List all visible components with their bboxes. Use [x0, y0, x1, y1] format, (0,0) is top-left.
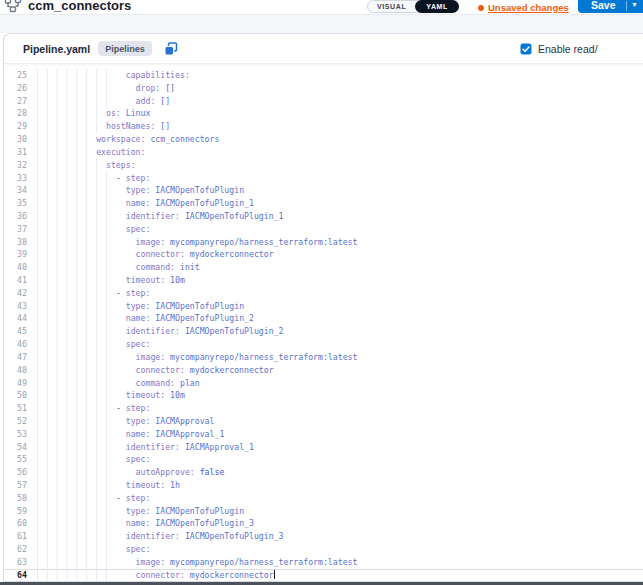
indent-guides: [37, 223, 111, 236]
line-number: 40: [4, 261, 27, 274]
visual-toggle-button[interactable]: VISUAL: [368, 3, 415, 10]
chevron-down-icon[interactable]: ▾: [627, 1, 643, 9]
code-line[interactable]: 57 timeout: 1h: [4, 479, 643, 492]
code-line[interactable]: 29 hostNames: []: [4, 120, 643, 133]
code-line[interactable]: 30 workspace: ccm_connectors: [4, 133, 643, 146]
indent-guides: [37, 517, 111, 530]
code-line[interactable]: 60 name: IACMOpenTofuPlugin_3: [4, 517, 643, 530]
code-text: connector: mydockerconnector: [37, 569, 275, 582]
yaml-toggle-button[interactable]: YAML: [415, 0, 459, 13]
line-number: 61: [4, 530, 27, 543]
text-cursor: [274, 570, 275, 579]
code-line[interactable]: 48 connector: mydockerconnector: [4, 364, 643, 377]
line-number: 26: [4, 82, 27, 95]
line-number: 47: [4, 351, 27, 364]
code-text: - step:: [37, 287, 150, 300]
indent-guides: [37, 248, 111, 261]
code-line[interactable]: 28 os: Linux: [4, 107, 643, 120]
code-text: capabilities:: [37, 69, 190, 82]
code-line[interactable]: 42 - step:: [4, 287, 643, 300]
code-line[interactable]: 51 - step:: [4, 402, 643, 415]
checkbox-checked-icon[interactable]: [520, 43, 532, 55]
code-line[interactable]: 46 spec:: [4, 338, 643, 351]
copy-icon[interactable]: [164, 42, 178, 56]
code-text: timeout: 1h: [37, 479, 180, 492]
code-line[interactable]: 27 add: []: [4, 95, 643, 108]
line-number: 48: [4, 364, 27, 377]
code-line[interactable]: 64 connector: mydockerconnector: [4, 569, 643, 582]
indent-guides: [37, 95, 111, 108]
code-text: os: Linux: [37, 107, 150, 120]
file-name: Pipeline.yaml: [23, 43, 90, 55]
code-line[interactable]: 34 type: IACMOpenTofuPlugin: [4, 184, 643, 197]
code-line[interactable]: 50 timeout: 10m: [4, 389, 643, 402]
save-split-button[interactable]: Save ▾: [578, 0, 643, 13]
code-line[interactable]: 35 name: IACMOpenTofuPlugin_1: [4, 197, 643, 210]
code-line[interactable]: 55 spec:: [4, 453, 643, 466]
indent-guides: [37, 377, 111, 390]
code-line[interactable]: 25 capabilities:: [4, 69, 643, 82]
code-line[interactable]: 47 image: mycompanyrepo/harness_terrafor…: [4, 351, 643, 364]
code-text: spec:: [37, 453, 150, 466]
indent-guides: [37, 146, 91, 159]
code-line[interactable]: 36 identifier: IACMOpenTofuPlugin_1: [4, 210, 643, 223]
indent-guides: [37, 351, 111, 364]
code-text: command: plan: [37, 377, 200, 390]
code-line[interactable]: 56 autoApprove: false: [4, 466, 643, 479]
code-text: identifier: IACMApproval_1: [37, 441, 254, 454]
code-line[interactable]: 44 name: IACMOpenTofuPlugin_2: [4, 312, 643, 325]
code-line[interactable]: 59 type: IACMOpenTofuPlugin: [4, 505, 643, 518]
indent-guides: [37, 133, 91, 146]
yaml-code-editor[interactable]: 25 capabilities:26 drop: []27 add: []28 …: [4, 64, 643, 582]
code-text: drop: []: [37, 82, 175, 95]
line-number: 55: [4, 453, 27, 466]
code-line[interactable]: 43 type: IACMOpenTofuPlugin: [4, 300, 643, 313]
code-line[interactable]: 54 identifier: IACMApproval_1: [4, 441, 643, 454]
code-line[interactable]: 63 image: mycompanyrepo/harness_terrafor…: [4, 556, 643, 569]
code-line[interactable]: 52 type: IACMApproval: [4, 415, 643, 428]
code-text: image: mycompanyrepo/harness_terraform:l…: [37, 236, 357, 249]
code-line[interactable]: 32 steps:: [4, 159, 643, 172]
code-text: - step:: [37, 492, 150, 505]
code-line[interactable]: 62 spec:: [4, 543, 643, 556]
enable-read-toggle[interactable]: Enable read/: [520, 34, 598, 63]
indent-guides: [37, 172, 111, 185]
code-line[interactable]: 40 command: init: [4, 261, 643, 274]
code-text: spec:: [37, 338, 150, 351]
page-background-band: [0, 15, 643, 33]
code-text: steps:: [37, 159, 136, 172]
line-number: 34: [4, 184, 27, 197]
code-line[interactable]: 37 spec:: [4, 223, 643, 236]
code-text: workspace: ccm_connectors: [37, 133, 219, 146]
code-line[interactable]: 53 name: IACMApproval_1: [4, 428, 643, 441]
line-number: 50: [4, 389, 27, 402]
code-line[interactable]: 26 drop: []: [4, 82, 643, 95]
indent-guides: [37, 428, 111, 441]
line-number: 58: [4, 492, 27, 505]
line-number: 27: [4, 95, 27, 108]
line-number: 29: [4, 120, 27, 133]
indent-guides: [37, 82, 111, 95]
save-button[interactable]: Save: [578, 0, 626, 11]
line-number: 41: [4, 274, 27, 287]
code-line[interactable]: 61 identifier: IACMOpenTofuPlugin_3: [4, 530, 643, 543]
indent-guides: [37, 197, 111, 210]
pipeline-title: ccm_connectors: [28, 0, 131, 13]
code-text: name: IACMOpenTofuPlugin_2: [37, 312, 254, 325]
code-line[interactable]: 38 image: mycompanyrepo/harness_terrafor…: [4, 236, 643, 249]
code-line[interactable]: 33 - step:: [4, 172, 643, 185]
indent-guides: [37, 530, 111, 543]
code-line[interactable]: 45 identifier: IACMOpenTofuPlugin_2: [4, 325, 643, 338]
indent-guides: [37, 159, 101, 172]
unsaved-dot-icon: [478, 5, 484, 11]
code-line[interactable]: 58 - step:: [4, 492, 643, 505]
code-text: name: IACMOpenTofuPlugin_1: [37, 197, 254, 210]
code-text: - step:: [37, 402, 150, 415]
code-line[interactable]: 31 execution:: [4, 146, 643, 159]
indent-guides: [37, 69, 111, 82]
code-line[interactable]: 49 command: plan: [4, 377, 643, 390]
top-bar: ccm_connectors VISUAL YAML Unsaved chang…: [0, 0, 643, 15]
code-line[interactable]: 41 timeout: 10m: [4, 274, 643, 287]
code-line[interactable]: 39 connector: mydockerconnector: [4, 248, 643, 261]
unsaved-changes-link[interactable]: Unsaved changes: [488, 2, 569, 13]
